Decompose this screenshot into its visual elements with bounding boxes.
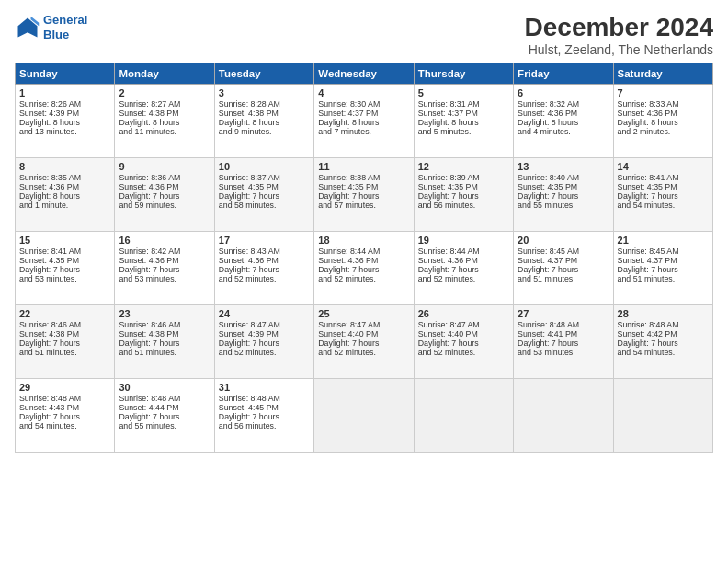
calendar-cell: 30Sunrise: 8:48 AMSunset: 4:44 PMDayligh… <box>115 379 214 453</box>
day-info-line: and 52 minutes. <box>219 348 310 357</box>
day-info-line: Sunset: 4:40 PM <box>318 329 409 339</box>
day-info-line: Daylight: 8 hours <box>19 118 110 127</box>
day-number: 21 <box>618 235 709 246</box>
day-info-line: Sunrise: 8:46 AM <box>19 320 110 329</box>
day-number: 30 <box>119 382 210 393</box>
day-number: 2 <box>119 87 210 98</box>
day-number: 20 <box>518 235 609 246</box>
calendar-week-row: 15Sunrise: 8:41 AMSunset: 4:35 PMDayligh… <box>16 232 713 305</box>
calendar-cell: 14Sunrise: 8:41 AMSunset: 4:35 PMDayligh… <box>613 158 712 232</box>
calendar-cell: 23Sunrise: 8:46 AMSunset: 4:38 PMDayligh… <box>115 305 214 379</box>
logo-line2: Blue <box>43 28 87 42</box>
day-number: 11 <box>318 161 409 172</box>
day-info-line: Sunrise: 8:28 AM <box>219 99 310 109</box>
calendar-cell: 27Sunrise: 8:48 AMSunset: 4:41 PMDayligh… <box>514 305 613 379</box>
calendar-cell: 21Sunrise: 8:45 AMSunset: 4:37 PMDayligh… <box>613 232 712 305</box>
day-info-line: Daylight: 8 hours <box>318 118 409 127</box>
day-info-line: and 52 minutes. <box>418 348 509 357</box>
day-info-line: Sunrise: 8:27 AM <box>119 99 210 109</box>
day-info-line: Daylight: 7 hours <box>618 265 709 274</box>
day-info-line: and 7 minutes. <box>318 127 409 136</box>
calendar-cell: 10Sunrise: 8:37 AMSunset: 4:35 PMDayligh… <box>214 158 313 232</box>
day-info-line: and 9 minutes. <box>219 127 310 136</box>
month-title: December 2024 <box>525 13 713 42</box>
calendar-header-row: SundayMondayTuesdayWednesdayThursdayFrid… <box>16 63 713 85</box>
day-info-line: Daylight: 7 hours <box>19 339 110 348</box>
day-info-line: Sunrise: 8:47 AM <box>318 320 409 329</box>
day-number: 28 <box>618 308 709 319</box>
day-number: 6 <box>518 87 609 98</box>
day-info-line: Sunrise: 8:36 AM <box>119 173 210 182</box>
day-info-line: and 51 minutes. <box>119 348 210 357</box>
day-info-line: and 5 minutes. <box>418 127 509 136</box>
day-info-line: Sunrise: 8:41 AM <box>618 173 709 182</box>
day-info-line: and 53 minutes. <box>119 274 210 283</box>
calendar-cell: 31Sunrise: 8:48 AMSunset: 4:45 PMDayligh… <box>214 379 313 453</box>
day-number: 22 <box>19 308 110 319</box>
calendar-cell: 20Sunrise: 8:45 AMSunset: 4:37 PMDayligh… <box>514 232 613 305</box>
calendar-week-row: 8Sunrise: 8:35 AMSunset: 4:36 PMDaylight… <box>16 158 713 232</box>
day-info-line: Daylight: 8 hours <box>518 118 609 127</box>
calendar-cell: 19Sunrise: 8:44 AMSunset: 4:36 PMDayligh… <box>414 232 513 305</box>
calendar-cell: 3Sunrise: 8:28 AMSunset: 4:38 PMDaylight… <box>214 85 313 158</box>
day-number: 13 <box>518 161 609 172</box>
col-header-sunday: Sunday <box>16 63 115 85</box>
calendar-cell: 9Sunrise: 8:36 AMSunset: 4:36 PMDaylight… <box>115 158 214 232</box>
day-info-line: Sunrise: 8:48 AM <box>518 320 609 329</box>
calendar-cell: 24Sunrise: 8:47 AMSunset: 4:39 PMDayligh… <box>214 305 313 379</box>
day-info-line: Daylight: 7 hours <box>219 339 310 348</box>
day-info-line: Sunset: 4:37 PM <box>518 256 609 265</box>
day-number: 18 <box>318 235 409 246</box>
day-info-line: Daylight: 7 hours <box>418 191 509 201</box>
day-number: 5 <box>418 87 509 98</box>
calendar-week-row: 22Sunrise: 8:46 AMSunset: 4:38 PMDayligh… <box>16 305 713 379</box>
calendar-cell: 4Sunrise: 8:30 AMSunset: 4:37 PMDaylight… <box>314 85 414 158</box>
day-info-line: and 52 minutes. <box>219 274 310 283</box>
calendar-cell: 25Sunrise: 8:47 AMSunset: 4:40 PMDayligh… <box>314 305 414 379</box>
day-info-line: Daylight: 7 hours <box>119 265 210 274</box>
col-header-tuesday: Tuesday <box>214 63 313 85</box>
day-info-line: Daylight: 7 hours <box>219 412 310 421</box>
day-info-line: Daylight: 7 hours <box>318 191 409 201</box>
day-number: 17 <box>219 235 310 246</box>
col-header-thursday: Thursday <box>414 63 513 85</box>
calendar-cell: 28Sunrise: 8:48 AMSunset: 4:42 PMDayligh… <box>613 305 712 379</box>
day-info-line: Sunset: 4:36 PM <box>119 182 210 191</box>
day-info-line: Daylight: 7 hours <box>318 265 409 274</box>
day-info-line: and 55 minutes. <box>518 201 609 210</box>
day-info-line: Daylight: 7 hours <box>518 265 609 274</box>
day-number: 24 <box>219 308 310 319</box>
day-info-line: and 53 minutes. <box>518 348 609 357</box>
logo-line1: General <box>43 13 87 28</box>
subtitle: Hulst, Zeeland, The Netherlands <box>525 42 713 57</box>
day-info-line: Sunset: 4:35 PM <box>219 182 310 191</box>
day-info-line: and 51 minutes. <box>518 274 609 283</box>
calendar: SundayMondayTuesdayWednesdayThursdayFrid… <box>15 63 713 453</box>
day-info-line: Sunrise: 8:41 AM <box>19 247 110 256</box>
day-info-line: Sunrise: 8:42 AM <box>119 247 210 256</box>
day-info-line: Sunrise: 8:35 AM <box>19 173 110 182</box>
day-info-line: and 58 minutes. <box>219 201 310 210</box>
calendar-cell: 15Sunrise: 8:41 AMSunset: 4:35 PMDayligh… <box>16 232 115 305</box>
day-info-line: Sunset: 4:45 PM <box>219 403 310 412</box>
logo-text: General Blue <box>43 13 87 41</box>
day-info-line: and 56 minutes. <box>219 421 310 431</box>
day-info-line: Daylight: 7 hours <box>518 191 609 201</box>
day-info-line: and 54 minutes. <box>19 421 110 431</box>
day-info-line: Daylight: 7 hours <box>318 339 409 348</box>
day-info-line: Daylight: 7 hours <box>618 191 709 201</box>
day-info-line: Daylight: 7 hours <box>418 339 509 348</box>
day-info-line: and 54 minutes. <box>618 201 709 210</box>
day-info-line: Sunset: 4:39 PM <box>19 109 110 118</box>
day-info-line: and 52 minutes. <box>318 274 409 283</box>
calendar-cell <box>414 379 513 453</box>
day-info-line: and 51 minutes. <box>618 274 709 283</box>
day-info-line: Daylight: 8 hours <box>119 118 210 127</box>
day-number: 7 <box>618 87 709 98</box>
day-info-line: Sunset: 4:36 PM <box>119 256 210 265</box>
day-info-line: Sunrise: 8:39 AM <box>418 173 509 182</box>
day-info-line: Sunset: 4:39 PM <box>219 329 310 339</box>
calendar-cell: 6Sunrise: 8:32 AMSunset: 4:36 PMDaylight… <box>514 85 613 158</box>
calendar-cell: 1Sunrise: 8:26 AMSunset: 4:39 PMDaylight… <box>16 85 115 158</box>
day-info-line: Sunset: 4:38 PM <box>19 329 110 339</box>
